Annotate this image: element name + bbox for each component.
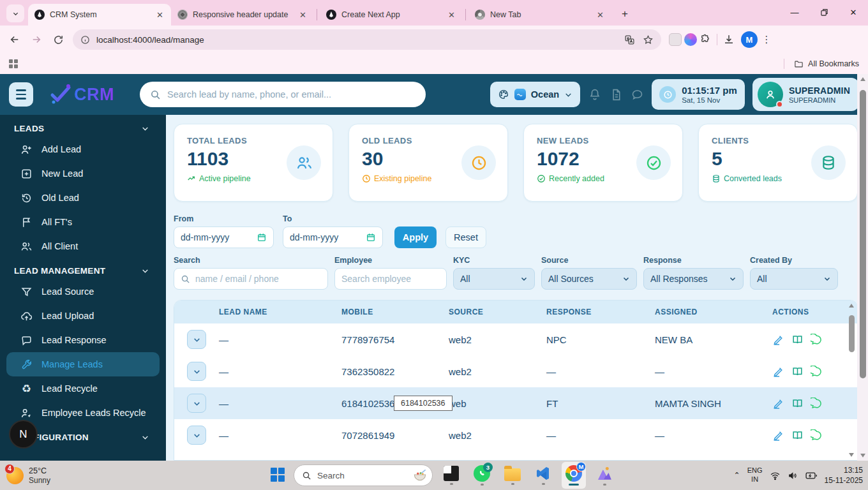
sidebar-item-new-lead[interactable]: New Lead [0,161,166,186]
address-bar[interactable]: localhost:4000/lead/manage [73,29,661,50]
minimize-button[interactable]: — [780,0,809,24]
extensions-icon[interactable] [700,34,711,45]
whatsapp-chat-icon[interactable] [811,366,823,378]
tab-close-icon[interactable]: ✕ [298,10,308,20]
details-book-icon[interactable] [791,334,804,346]
new-tab-button[interactable]: + [617,6,633,22]
scroll-up-arrow[interactable] [860,77,865,81]
url-text[interactable]: localhost:4000/lead/manage [96,35,617,45]
browser-profile-avatar[interactable]: M [741,31,758,48]
sidebar-item-all-client[interactable]: All Client [0,234,166,258]
tab-close-icon[interactable]: ✕ [595,10,605,20]
whatsapp-chat-icon[interactable] [811,429,823,442]
section-lead-management[interactable]: LEAD MANAGEMENT [0,261,166,279]
details-book-icon[interactable] [791,397,804,410]
sidebar-item-lead-source[interactable]: Lead Source [0,279,166,304]
lead-search-field[interactable] [174,268,328,290]
tab-new-tab[interactable]: New Tab ✕ [468,4,611,26]
clock-widget[interactable]: 01:15:17 pm Sat, 15 Nov [652,79,745,110]
tab-responsive-header[interactable]: Responsive header update ✕ [171,4,314,26]
taskbar-app-explorer[interactable] [500,462,525,489]
created-by-select[interactable]: All [750,268,838,290]
global-search[interactable] [140,82,426,107]
employee-search-input[interactable] [341,274,440,284]
all-bookmarks[interactable]: All Bookmarks [784,59,859,69]
reset-button[interactable]: Reset [445,226,486,248]
back-button[interactable] [5,30,24,49]
table-scrollbar[interactable] [848,304,855,457]
weather-widget[interactable]: 4 25°C Sunny [6,466,50,485]
language-indicator[interactable]: ENG IN [747,466,763,484]
edit-icon[interactable] [772,429,784,442]
battery-icon[interactable] [805,471,818,480]
volume-icon[interactable] [788,470,798,481]
whatsapp-chat-icon[interactable] [811,334,823,346]
calendar-icon[interactable] [257,232,267,242]
row-expand-button[interactable] [187,362,206,381]
taskbar-app-vscode[interactable] [531,462,555,489]
sidebar-toggle-button[interactable] [9,82,33,107]
extension-brain-icon[interactable] [684,33,697,46]
notifications-bell-icon[interactable] [588,87,602,101]
kyc-select[interactable]: All [453,268,535,290]
bookmark-star-icon[interactable] [643,34,654,45]
close-button[interactable]: ✕ [839,0,868,24]
browser-menu-icon[interactable]: ⋮ [760,34,773,45]
start-button[interactable] [271,468,286,483]
extension-icon[interactable] [669,33,682,46]
page-scrollbar[interactable] [857,74,868,461]
chat-icon[interactable] [631,88,644,101]
tab-crm-system[interactable]: CRM System ✕ [28,4,171,26]
tray-clock[interactable]: 13:15 15-11-2025 [825,465,864,486]
tab-create-next-app[interactable]: Create Next App ✕ [320,4,463,26]
sidebar-item-lead-response[interactable]: Lead Response [0,328,166,352]
table-scroll-thumb[interactable] [849,315,855,352]
downloads-icon[interactable] [723,34,735,45]
global-search-input[interactable] [167,89,415,100]
translate-icon[interactable] [624,34,635,45]
sidebar-item-lead-recycle[interactable]: ♻ Lead Recycle [0,376,166,401]
section-leads[interactable]: LEADS [0,119,166,137]
taskbar-app-mountain[interactable] [592,462,617,489]
edit-icon[interactable] [772,334,784,346]
taskbar-app-whatsapp[interactable]: 3 [470,462,494,489]
tab-search-button[interactable] [6,4,24,22]
row-expand-button[interactable] [187,426,206,445]
tab-close-icon[interactable]: ✕ [447,10,456,20]
sidebar-item-all-fts[interactable]: All FT's [0,210,166,234]
sidebar-item-manage-leads[interactable]: Manage Leads [6,352,160,376]
from-date-input[interactable]: dd-mm-yyyy [174,226,274,248]
taskbar-search[interactable]: Search [294,464,433,486]
calendar-icon[interactable] [366,232,376,242]
wifi-icon[interactable] [770,470,781,481]
page-scroll-thumb[interactable] [860,90,866,378]
row-expand-button[interactable] [187,394,206,413]
edit-icon[interactable] [772,397,784,410]
maximize-button[interactable] [809,0,839,24]
document-icon[interactable] [610,88,623,101]
reload-button[interactable] [49,30,68,49]
site-info-icon[interactable] [80,35,90,45]
scroll-down-arrow[interactable] [849,453,854,457]
tab-close-icon[interactable]: ✕ [155,10,165,20]
response-select[interactable]: All Responses [643,268,744,290]
whatsapp-chat-icon[interactable] [811,397,823,410]
apply-button[interactable]: Apply [394,226,437,248]
tray-expand-icon[interactable]: ⌃ [734,471,740,480]
source-select[interactable]: All Sources [541,268,637,290]
row-expand-button[interactable] [187,330,206,349]
taskbar-app-chrome[interactable]: M [562,462,586,489]
lead-search-input[interactable] [195,274,321,284]
sidebar-item-lead-upload[interactable]: Lead Upload [0,304,166,328]
floating-n-badge[interactable]: N [9,420,38,449]
details-book-icon[interactable] [791,366,804,378]
sidebar-item-old-lead[interactable]: Old Lead [0,186,166,210]
to-date-input[interactable]: dd-mm-yyyy [283,226,383,248]
employee-search-field[interactable] [334,268,447,290]
edit-icon[interactable] [772,366,784,378]
sidebar-item-add-lead[interactable]: Add Lead [0,137,166,161]
user-menu[interactable]: SUPERADMIN SUPERADMIN [752,78,859,111]
forward-button[interactable] [27,30,46,49]
apps-grid-icon[interactable] [9,59,18,68]
theme-selector[interactable]: Ocean [490,82,580,107]
